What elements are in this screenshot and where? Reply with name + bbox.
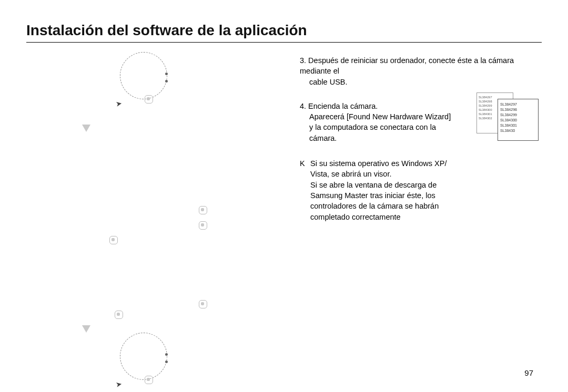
step-3: 3. Después de reiniciar su ordenador, co… — [300, 55, 542, 87]
left-illustration-column: ➤ ➤ — [26, 52, 279, 367]
figure-label: SL38430 — [500, 128, 536, 133]
wizard-figure: SL384297 SL384298 SL384299 SL384300 SL38… — [476, 90, 539, 141]
placeholder-icon — [199, 221, 207, 230]
figure-label: SL384299 — [500, 112, 536, 118]
figure-label: SL384300 — [500, 118, 536, 123]
cursor-pointer-icon: ➤ — [115, 379, 123, 389]
step-3-line1: 3. Después de reiniciar su ordenador, co… — [300, 55, 542, 77]
note-line: completado correctamente — [310, 212, 542, 222]
note-line: Si se abre la ventana de descarga de — [310, 180, 542, 190]
step-3-line2: cable USB. — [300, 77, 542, 87]
arrow-down-icon — [82, 125, 90, 132]
dashed-circle-icon — [120, 333, 167, 380]
placeholder-icon — [145, 376, 153, 384]
page-title: Instalación del software de la aplicació… — [26, 22, 542, 43]
figure-label: SL384301 — [500, 123, 536, 128]
note-block: K Si su sistema operativo es Windows XP/… — [300, 158, 542, 222]
arrow-down-icon — [82, 325, 90, 333]
note-marker: K — [300, 158, 307, 222]
wizard-window-front: SL384297 SL384298 SL384299 SL384300 SL38… — [498, 99, 539, 141]
placeholder-icon — [145, 95, 153, 104]
note-line: Samsung Master tras iniciar éste, los — [310, 190, 542, 201]
document-page: Instalación del software de la aplicació… — [0, 0, 568, 392]
note-line: Si su sistema operativo es Windows XP/ — [310, 158, 542, 169]
cursor-pointer-icon: ➤ — [115, 99, 123, 108]
note-line: controladores de la cámara se habrán — [310, 201, 542, 211]
placeholder-icon — [109, 236, 118, 244]
page-number: 97 — [524, 368, 533, 377]
content-columns: ➤ ➤ 3. Después de reiniciar su ordenador… — [26, 52, 542, 367]
dashed-circle-icon — [120, 52, 167, 99]
figure-label: SL384297 — [500, 102, 536, 107]
placeholder-icon — [199, 206, 207, 214]
note-text: Si su sistema operativo es Windows XP/ V… — [310, 158, 542, 222]
note-line: Vista, se abrirá un visor. — [310, 169, 542, 179]
placeholder-icon — [115, 311, 123, 319]
figure-label: SL384298 — [500, 107, 536, 112]
placeholder-icon — [199, 300, 207, 308]
